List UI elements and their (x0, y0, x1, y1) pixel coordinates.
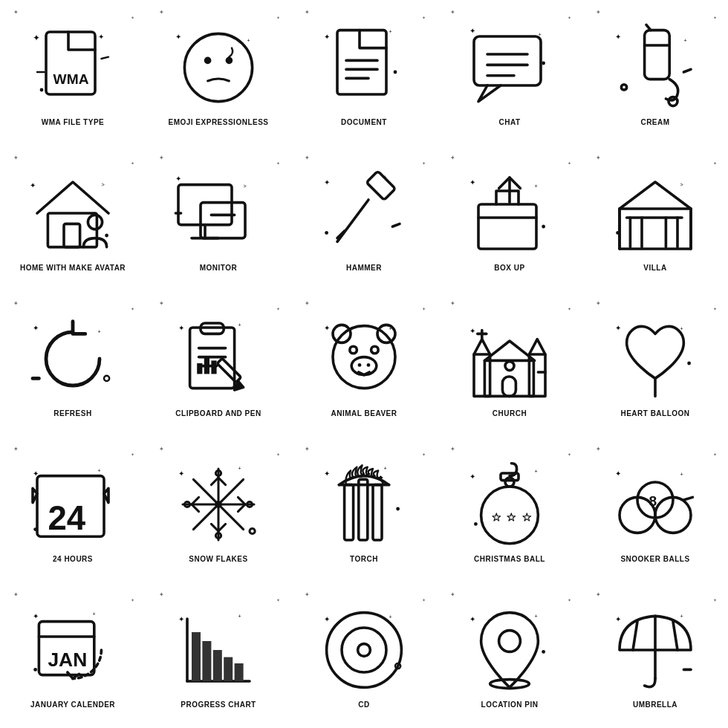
svg-text:✦: ✦ (178, 324, 184, 332)
svg-text:+: + (98, 467, 101, 474)
villa-icon: > (611, 169, 700, 258)
icon-cell-location: ✦ + LOCATION PIN (437, 582, 582, 728)
svg-point-111 (33, 527, 37, 531)
icon-cell-umbrella: ✦ + UMBRELLA (582, 582, 728, 728)
box-up-icon: ✦ + (465, 169, 554, 258)
svg-text:✦: ✦ (178, 615, 184, 623)
svg-point-9 (226, 57, 233, 65)
svg-rect-78 (197, 363, 202, 374)
svg-text:✦: ✦ (615, 469, 621, 478)
icon-cell-home-avatar: ✦ > HOME WITH MAKE AVATAR (0, 146, 146, 291)
svg-text:+: + (383, 465, 386, 472)
villa-label: VILLA (643, 264, 666, 272)
svg-point-91 (367, 363, 371, 367)
location-icon: ✦ + (465, 605, 554, 695)
cd-label: CD (358, 701, 369, 709)
svg-text:+: + (238, 613, 241, 620)
svg-text:✦: ✦ (33, 33, 40, 43)
clipboard-label: CLIPBOARD AND PEN (175, 409, 261, 417)
24hours-label: 24 HOURS (53, 555, 93, 563)
svg-point-140 (505, 478, 514, 487)
box-up-label: BOX UP (494, 264, 524, 272)
svg-point-54 (325, 231, 328, 235)
svg-text:8: 8 (649, 493, 657, 509)
svg-rect-94 (484, 360, 533, 396)
svg-point-137 (396, 507, 400, 511)
torch-icon: ✦ + (319, 460, 409, 549)
snooker-icon: 8 ✦ + (611, 460, 700, 549)
svg-text:✦: ✦ (98, 33, 104, 41)
svg-text:✦: ✦ (469, 472, 475, 481)
christmas-ball-label: CHRISTMAS BALL (474, 555, 545, 563)
svg-point-58 (542, 225, 545, 229)
svg-point-169 (327, 613, 402, 688)
icon-cell-box-up: ✦ + BOX UP (437, 146, 582, 291)
svg-point-87 (350, 346, 357, 354)
svg-rect-35 (64, 224, 80, 247)
svg-text:WMA: WMA (53, 71, 89, 87)
beaver-label: ANIMAL BEAVER (331, 409, 397, 417)
svg-rect-55 (478, 204, 536, 249)
svg-text:+: + (389, 28, 392, 35)
document-label: DOCUMENT (341, 118, 387, 126)
svg-text:+: + (389, 325, 392, 332)
icon-cell-beaver: ✦ + ANIMAL BEAVER (291, 291, 437, 437)
church-label: CHURCH (493, 409, 527, 417)
svg-text:✦: ✦ (178, 469, 184, 478)
svg-text:+: + (238, 465, 241, 472)
svg-point-88 (371, 346, 379, 354)
svg-rect-48 (366, 171, 395, 200)
svg-point-90 (358, 363, 362, 367)
icon-cell-january: JAN ✦ + JANUARY CALENDER (0, 582, 146, 728)
icon-cell-church: ✦ CHURCH (437, 291, 582, 437)
home-avatar-label: HOME WITH MAKE AVATAR (20, 264, 126, 272)
svg-point-146 (474, 522, 478, 526)
svg-text:+: + (535, 183, 538, 189)
icon-cell-cd: ✦ + CD (291, 582, 437, 728)
svg-point-124 (215, 501, 222, 508)
svg-point-89 (351, 357, 377, 375)
svg-text:+: + (383, 174, 386, 181)
svg-text:✦: ✦ (33, 469, 39, 478)
svg-text:+: + (389, 614, 392, 620)
christmas-ball-icon: ★ ★ ★ ✦ + (465, 460, 554, 549)
progress-chart-icon: ✦ + (174, 605, 263, 695)
svg-text:★: ★ (492, 511, 501, 523)
cd-icon: ✦ + (319, 605, 409, 695)
wma-icon: WMA ✦ ✦ (28, 23, 117, 112)
svg-text:+: + (680, 325, 683, 332)
svg-point-179 (542, 650, 545, 654)
svg-text:+: + (680, 613, 683, 620)
svg-line-53 (392, 224, 400, 227)
svg-line-28 (646, 25, 651, 30)
svg-line-181 (633, 622, 637, 650)
svg-rect-163 (202, 641, 211, 681)
emoji-icon: ✦ + (174, 23, 263, 112)
svg-text:+: + (98, 328, 101, 335)
svg-point-131 (250, 528, 255, 533)
svg-text:✦: ✦ (324, 33, 330, 41)
svg-rect-43 (201, 203, 245, 238)
umbrella-icon: ✦ + (611, 605, 700, 695)
svg-text:✦: ✦ (324, 615, 330, 623)
svg-text:+: + (238, 322, 241, 328)
home-avatar-icon: ✦ > (28, 169, 117, 258)
location-label: LOCATION PIN (481, 701, 539, 709)
heart-balloon-label: HEART BALLOON (620, 409, 689, 417)
svg-text:JAN: JAN (48, 649, 87, 671)
chat-label: CHAT (498, 118, 520, 126)
snowflake-icon: ✦ + (174, 460, 263, 549)
svg-text:>: > (244, 183, 247, 189)
svg-rect-164 (213, 650, 222, 681)
svg-rect-79 (204, 357, 209, 374)
svg-point-18 (394, 71, 397, 74)
icon-cell-clipboard: ✦ + CLIPBOARD AND PEN (146, 291, 291, 437)
icon-cell-chat: ✦ + CHAT (437, 0, 582, 146)
svg-rect-12 (337, 30, 386, 94)
svg-point-8 (204, 57, 212, 65)
beaver-icon: ✦ + (319, 314, 409, 403)
svg-point-36 (88, 215, 102, 229)
svg-rect-162 (192, 632, 201, 681)
icon-grid: WMA ✦ ✦ WMA FILE TYPE ✦ + EMOJI EXPRESSI… (0, 0, 728, 728)
svg-line-153 (683, 497, 692, 500)
